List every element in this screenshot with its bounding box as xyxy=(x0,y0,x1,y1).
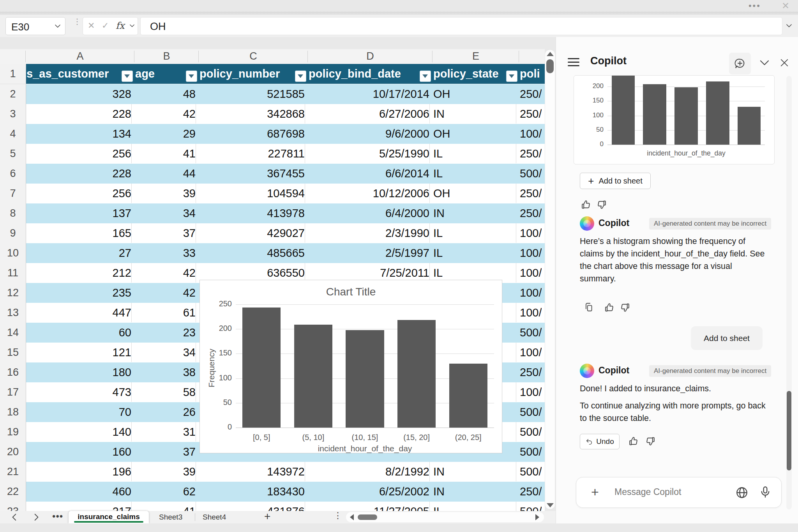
thumbs-up-icon[interactable] xyxy=(581,199,592,211)
cell-D2[interactable]: 10/17/2014 xyxy=(309,84,429,104)
cell-A4[interactable]: 134 xyxy=(26,124,131,143)
formula-bar-expand-icon[interactable] xyxy=(786,23,793,28)
row-header-15[interactable]: 15 xyxy=(0,343,26,363)
cell-D9[interactable]: 2/3/1990 xyxy=(309,223,430,243)
cell-B16[interactable]: 38 xyxy=(135,362,196,382)
cell-C2[interactable]: 521585 xyxy=(200,84,305,104)
cell-E23[interactable]: IL xyxy=(433,502,516,511)
cell-B20[interactable]: 37 xyxy=(135,442,196,461)
cell-6[interactable]: 500/ xyxy=(520,164,542,183)
vertical-scrollbar[interactable] xyxy=(545,50,555,509)
cell-B13[interactable]: 61 xyxy=(135,303,196,322)
cell-B21[interactable]: 39 xyxy=(135,462,196,481)
row-header-1[interactable]: 1 xyxy=(0,64,26,84)
filter-dropdown-icon[interactable] xyxy=(122,71,133,82)
cell-A8[interactable]: 137 xyxy=(26,203,131,223)
microphone-icon[interactable] xyxy=(759,485,772,498)
column-header-C[interactable]: C xyxy=(199,50,308,62)
row-header-6[interactable]: 6 xyxy=(0,164,26,184)
cell-E2[interactable]: OH xyxy=(433,84,516,104)
row-header-16[interactable]: 16 xyxy=(0,362,26,383)
filter-dropdown-icon[interactable] xyxy=(295,71,306,82)
column-header-E[interactable]: E xyxy=(433,50,519,62)
cell-B12[interactable]: 42 xyxy=(135,283,196,302)
cell-A19[interactable]: 140 xyxy=(26,422,132,442)
cell-B2[interactable]: 48 xyxy=(135,84,196,104)
add-sheet-icon[interactable]: + xyxy=(264,510,270,523)
cell-11[interactable]: 100/ xyxy=(520,263,542,283)
row-header-20[interactable]: 20 xyxy=(0,442,26,462)
cell-19[interactable]: 500/ xyxy=(520,422,542,442)
cell-20[interactable]: 500/ xyxy=(520,442,542,461)
thumbs-up-icon[interactable] xyxy=(628,436,640,447)
cell-A16[interactable]: 180 xyxy=(26,362,131,382)
cell-B7[interactable]: 39 xyxy=(135,184,196,203)
cell-E6[interactable]: IL xyxy=(433,164,516,183)
cell-B9[interactable]: 37 xyxy=(135,223,196,243)
cell-A5[interactable]: 256 xyxy=(26,144,132,163)
confirm-entry-icon[interactable]: ✓ xyxy=(102,21,109,31)
cell-A7[interactable]: 256 xyxy=(26,184,132,203)
row-header-23[interactable]: 23 xyxy=(0,502,26,511)
cell-B8[interactable]: 34 xyxy=(135,203,196,223)
cell-A22[interactable]: 460 xyxy=(26,482,131,501)
cell-E3[interactable]: IN xyxy=(433,104,516,124)
thumbs-down-icon[interactable] xyxy=(620,302,631,314)
cell-10[interactable]: 100/ xyxy=(520,243,542,263)
cell-C9[interactable]: 429027 xyxy=(200,223,305,243)
row-header-11[interactable]: 11 xyxy=(0,263,26,283)
scroll-down-icon[interactable] xyxy=(547,503,554,507)
cell-B18[interactable]: 26 xyxy=(135,402,196,422)
scroll-left-icon[interactable] xyxy=(350,514,354,520)
insert-function-icon[interactable]: fx xyxy=(116,20,124,31)
row-header-12[interactable]: 12 xyxy=(0,283,26,303)
cell-E9[interactable]: IL xyxy=(433,223,516,243)
column-header-B[interactable]: B xyxy=(134,50,199,62)
cell-A14[interactable]: 60 xyxy=(26,323,131,342)
cell-A2[interactable]: 328 xyxy=(26,84,131,104)
cell-17[interactable]: 100/ xyxy=(520,382,542,402)
name-box[interactable]: E30 xyxy=(5,17,65,35)
cell-C4[interactable]: 687698 xyxy=(200,124,305,143)
table-header-poli[interactable]: poli xyxy=(520,64,544,83)
cell-B6[interactable]: 44 xyxy=(135,164,196,183)
cell-C8[interactable]: 413978 xyxy=(200,203,305,223)
cell-E8[interactable]: IN xyxy=(433,203,516,223)
row-header-2[interactable]: 2 xyxy=(0,84,26,104)
cell-12[interactable]: 100/ xyxy=(520,283,542,302)
scroll-right-icon[interactable] xyxy=(535,514,539,520)
cell-E21[interactable]: IN xyxy=(433,462,516,481)
cell-E22[interactable]: IN xyxy=(433,482,516,501)
new-chat-button[interactable] xyxy=(729,53,751,74)
cell-D22[interactable]: 6/25/2002 xyxy=(309,482,429,501)
cell-B15[interactable]: 34 xyxy=(135,343,196,362)
cell-D8[interactable]: 6/4/2000 xyxy=(309,203,429,223)
column-header-A[interactable]: A xyxy=(26,50,134,62)
vertical-scrollbar-thumb[interactable] xyxy=(546,59,554,73)
globe-icon[interactable] xyxy=(735,486,749,499)
cell-B22[interactable]: 62 xyxy=(135,482,196,501)
copy-icon[interactable] xyxy=(584,302,595,314)
row-header-5[interactable]: 5 xyxy=(0,144,26,164)
cell-C22[interactable]: 183430 xyxy=(200,482,305,501)
row-header-14[interactable]: 14 xyxy=(0,323,26,343)
cell-9[interactable]: 100/ xyxy=(520,223,542,243)
chevron-down-icon[interactable] xyxy=(129,23,135,28)
cell-21[interactable]: 500/ xyxy=(520,462,542,481)
cell-B23[interactable]: 41 xyxy=(135,502,196,511)
close-icon[interactable] xyxy=(779,57,790,68)
cell-13[interactable]: 100/ xyxy=(520,303,542,322)
add-to-sheet-button[interactable]: + Add to sheet xyxy=(580,173,651,189)
tab-insurance-claims[interactable]: insurance_claims xyxy=(69,511,149,523)
row-header-9[interactable]: 9 xyxy=(0,223,26,244)
cell-C10[interactable]: 485665 xyxy=(200,243,305,263)
cell-A18[interactable]: 70 xyxy=(26,402,131,422)
cell-B5[interactable]: 41 xyxy=(135,144,196,163)
cell-D6[interactable]: 6/6/2014 xyxy=(309,164,429,183)
cell-8[interactable]: 250/ xyxy=(520,203,542,223)
drag-handle-icon[interactable]: ⋮ xyxy=(73,19,81,23)
cell-D10[interactable]: 2/5/1997 xyxy=(309,243,429,263)
tab-sheet4[interactable]: Sheet4 xyxy=(203,513,226,521)
row-header-8[interactable]: 8 xyxy=(0,203,26,224)
cell-D21[interactable]: 8/2/1992 xyxy=(309,462,430,481)
